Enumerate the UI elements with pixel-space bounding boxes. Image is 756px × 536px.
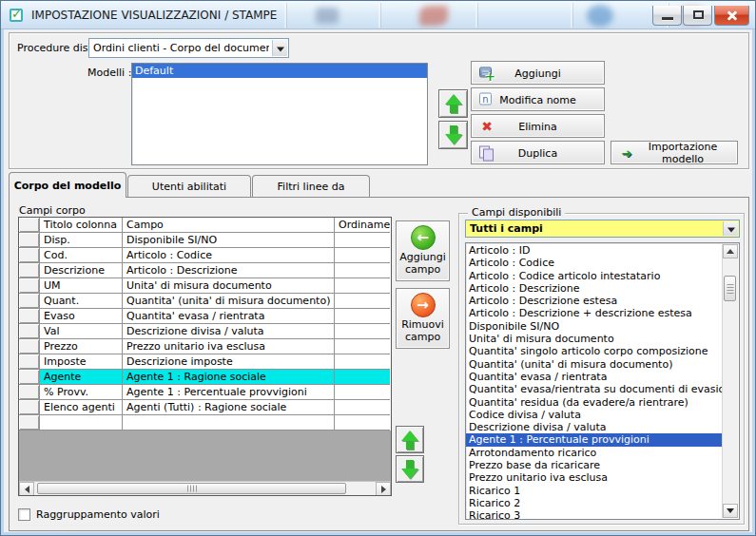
table-row[interactable]: DescrizioneArticolo : Descrizione [19,263,391,278]
vertical-scroll-thumb[interactable] [724,276,736,301]
importazione-modello-button[interactable]: ➔ Importazione modello [611,141,738,164]
cell-ordinamento[interactable] [335,263,390,278]
cell-ordinamento[interactable] [335,415,390,431]
cell-ordinamento[interactable] [335,324,390,339]
table-row[interactable]: Elenco agentiAgenti (Tutti) : Ragione so… [19,400,391,415]
cell-campo[interactable]: Quantita' evasa / rientrata [123,309,335,324]
aggiungi-button[interactable]: Aggiungi [471,61,605,85]
tab-filtri-linee[interactable]: Filtri linee da visualizzare [252,175,370,198]
table-header-ordinamento[interactable]: Ordiname [335,218,390,233]
scroll-right-button[interactable] [376,482,391,496]
cell-ordinamento[interactable] [335,294,390,309]
cell-ordinamento[interactable] [335,354,390,370]
horizontal-scroll-thumb[interactable] [37,483,346,494]
field-item[interactable]: Disponibile SI/NO [466,320,722,333]
row-selector[interactable] [19,415,40,431]
cell-campo[interactable]: Articolo : Descrizione [123,263,335,278]
scroll-left-button[interactable] [19,482,34,496]
row-selector[interactable] [19,370,40,385]
row-selector[interactable] [19,278,40,294]
table-row[interactable]: AgenteAgente 1 : Ragione sociale [19,370,391,385]
cell-campo[interactable]: Unita' di misura documento [123,278,335,294]
procedure-combo-drop-button[interactable] [272,40,287,56]
table-row[interactable]: ImposteDescrizione imposte [19,354,391,370]
cell-ordinamento[interactable] [335,278,390,294]
cell-titolo[interactable]: Imposte [40,354,123,370]
table-row[interactable]: UMUnita' di misura documento [19,278,391,294]
table-row[interactable]: Quant.Quantita' (unita' di misura docume… [19,294,391,309]
raggruppamento-checkbox[interactable] [18,508,30,521]
cell-campo[interactable]: Descrizione imposte [123,354,335,370]
cell-campo[interactable] [123,415,335,431]
field-filter-drop-button[interactable] [723,221,738,236]
table-row[interactable]: EvasoQuantita' evasa / rientrata [19,309,391,324]
row-selector[interactable] [19,309,40,324]
cell-campo[interactable]: Articolo : Codice [123,248,335,263]
field-item[interactable]: Articolo : Descrizione [466,282,722,295]
modelli-listbox[interactable]: Default [131,63,428,165]
table-row[interactable]: PrezzoPrezzo unitario iva esclusa [19,339,391,354]
cell-ordinamento[interactable] [335,400,390,415]
field-item[interactable]: Prezzo base da ricaricare [466,459,722,471]
table-row[interactable]: Disp.Disponibile SI/NO [19,233,391,248]
field-item[interactable]: Quantita' (unita' di misura documento) [466,358,722,371]
field-filter-combo[interactable]: Tutti i campi [465,220,740,238]
scroll-up-button[interactable] [723,244,738,258]
aggiungi-campo-button[interactable]: ← Aggiungi campo [396,220,450,281]
cell-titolo[interactable]: Descrizione [40,263,123,278]
table-row[interactable]: ValDescrizione divisa / valuta [19,324,391,339]
field-item[interactable]: Articolo : Codice [466,257,722,269]
table-row[interactable] [19,415,391,431]
field-item[interactable]: Codice divisa / valuta [466,409,722,421]
fields-vertical-scrollbar[interactable] [722,244,738,518]
field-item[interactable]: Quantita' residua (da evadere/a rientrar… [466,396,722,409]
minimize-button[interactable] [652,6,682,26]
cell-ordinamento[interactable] [335,370,390,385]
cell-titolo[interactable] [40,415,123,431]
cell-ordinamento[interactable] [335,233,390,248]
cell-campo[interactable]: Agenti (Tutti) : Ragione sociale [123,400,335,415]
field-item[interactable]: Articolo : Descrizione + descrizione est… [466,307,722,319]
field-item[interactable]: Articolo : ID [466,244,722,257]
row-selector[interactable] [19,248,40,263]
maximize-button[interactable] [683,6,712,26]
cell-titolo[interactable]: Elenco agenti [40,400,123,415]
row-selector[interactable] [19,294,40,309]
tab-corpo-del-modello[interactable]: Corpo del modello [9,172,126,198]
cell-campo[interactable]: Agente 1 : Percentuale provvigioni [123,385,335,400]
field-item[interactable]: Agente 1 : Percentuale provvigioni [466,433,722,446]
modelli-item[interactable]: Default [132,64,427,78]
rimuovi-campo-button[interactable]: → Rimuovi campo [396,288,450,349]
cell-campo[interactable]: Quantita' (unita' di misura documento) [123,294,335,309]
row-selector[interactable] [19,263,40,278]
cell-titolo[interactable]: Quant. [40,294,123,309]
model-move-up-button[interactable] [438,89,468,118]
row-selector[interactable] [19,324,40,339]
field-item[interactable]: Descrizione divisa / valuta [466,421,722,433]
field-item[interactable]: Quantita' singolo articolo corpo composi… [466,345,722,357]
close-button[interactable] [714,6,749,26]
row-move-up-button[interactable] [396,426,424,453]
procedure-combo[interactable]: Ordini clienti - Corpo del documento [88,38,289,58]
cell-titolo[interactable]: Prezzo [40,339,123,354]
row-selector[interactable] [19,339,40,354]
field-item[interactable]: Articolo : Descrizione estesa [466,295,722,307]
cell-titolo[interactable]: UM [40,278,123,294]
cell-campo[interactable]: Agente 1 : Ragione sociale [123,370,335,385]
cell-titolo[interactable]: % Provv. [40,385,123,400]
duplica-button[interactable]: Duplica [471,141,605,164]
row-selector[interactable] [19,233,40,248]
field-item[interactable]: Ricarico 1 [466,485,722,497]
cell-ordinamento[interactable] [335,309,390,324]
field-item[interactable]: Ricarico 2 [466,497,722,509]
table-row[interactable]: % Provv.Agente 1 : Percentuale provvigio… [19,385,391,400]
cell-ordinamento[interactable] [335,385,390,400]
table-header-campo[interactable]: Campo [123,218,335,233]
cell-titolo[interactable]: Disp. [40,233,123,248]
field-item[interactable]: Articolo : Codice articolo intestatario [466,270,722,282]
cell-campo[interactable]: Descrizione divisa / valuta [123,324,335,339]
title-bar[interactable]: IMPOSTAZIONE VISUALIZZAZIONI / STAMPE [1,1,755,29]
elimina-button[interactable]: ✖ Elimina [471,114,605,138]
cell-titolo[interactable]: Cod. [40,248,123,263]
field-item[interactable]: Unita' di misura documento [466,333,722,345]
